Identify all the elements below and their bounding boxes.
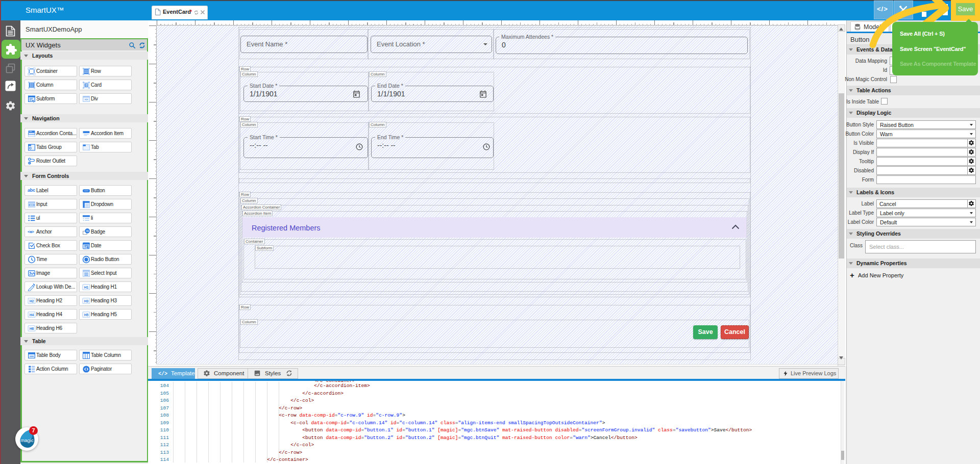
svg-text:H2: H2 xyxy=(30,299,34,302)
svg-text:H3: H3 xyxy=(84,299,89,302)
svg-text:H6: H6 xyxy=(30,326,34,330)
svg-text:H5: H5 xyxy=(84,313,89,316)
svg-text:H4: H4 xyxy=(30,313,34,316)
svg-text:99: 99 xyxy=(86,230,89,233)
svg-text:magic: magic xyxy=(20,437,34,443)
svg-text:<>: <> xyxy=(85,98,88,101)
svg-text:H1: H1 xyxy=(84,285,89,289)
